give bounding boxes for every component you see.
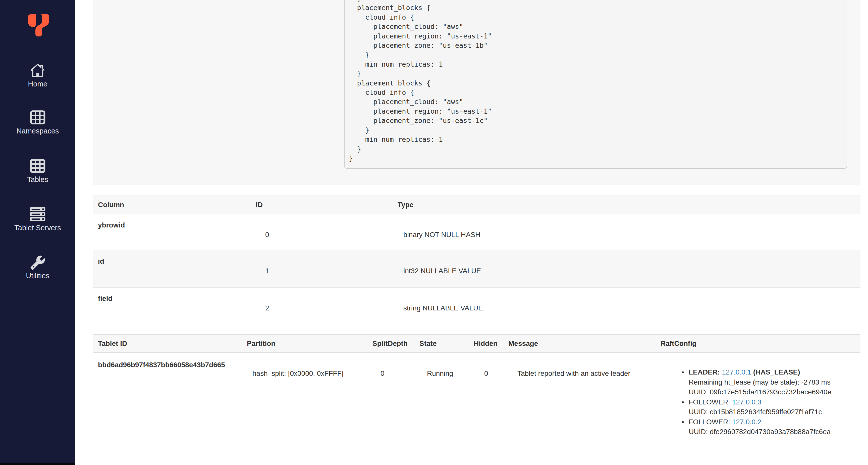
sidebar: Home Namespaces Tables bbox=[0, 0, 75, 465]
raft-follower-host-link[interactable]: 127.0.0.2 bbox=[732, 418, 762, 426]
table-row: field 2 string NULLABLE VALUE bbox=[93, 288, 861, 324]
yugabyte-logo-icon bbox=[26, 13, 50, 37]
tablet-servers-icon bbox=[0, 207, 75, 222]
sidebar-item-label: Namespaces bbox=[16, 127, 59, 135]
schema-column-name: id bbox=[98, 257, 104, 265]
sidebar-bottom-strip bbox=[0, 463, 75, 465]
raft-follower-uuid: UUID: dfe2960782d04730a93a78b88a7fc6ea bbox=[689, 427, 861, 437]
sidebar-item-utilities[interactable]: Utilities bbox=[0, 255, 75, 280]
yugabytedb-master-ui: Home Namespaces Tables bbox=[0, 0, 868, 465]
table-row: id 1 int32 NULLABLE VALUE bbox=[93, 250, 861, 288]
home-icon bbox=[0, 63, 75, 78]
sidebar-item-label: Tablet Servers bbox=[14, 224, 61, 232]
schema-table-header: Column ID Type bbox=[93, 196, 861, 214]
raft-role-label: FOLLOWER: bbox=[689, 398, 730, 406]
schema-column-id: 1 bbox=[251, 267, 393, 275]
raft-role-label: LEADER: bbox=[689, 368, 720, 376]
column-header-hidden: Hidden bbox=[469, 340, 503, 348]
schema-table: Column ID Type ybrowid 0 binary NOT NULL… bbox=[93, 196, 861, 324]
hidden-value: 0 bbox=[469, 353, 503, 465]
namespaces-grid-icon bbox=[0, 110, 75, 125]
schema-column-id: 2 bbox=[251, 304, 393, 312]
state-value: Running bbox=[414, 353, 469, 465]
replication-config-code: } placement_blocks { cloud_info { placem… bbox=[344, 0, 847, 169]
sidebar-item-label: Tables bbox=[27, 175, 48, 183]
message-value: Tablet reported with an active leader bbox=[503, 353, 655, 465]
column-header-type: Type bbox=[393, 201, 861, 209]
raft-leader-line: LEADER: 127.0.0.1 (HAS_LEASE) bbox=[689, 367, 861, 377]
raft-leader-uuid: UUID: 09fc17e515da416793cc732bace6940e bbox=[689, 387, 861, 397]
schema-column-name: ybrowid bbox=[98, 221, 125, 229]
column-header-raftconfig: RaftConfig bbox=[655, 340, 861, 348]
raft-role-label: FOLLOWER: bbox=[689, 418, 730, 426]
partition-value: hash_split: [0x0000, 0xFFFF] bbox=[242, 353, 367, 465]
sidebar-item-label: Home bbox=[28, 80, 47, 88]
yugabyte-logo[interactable] bbox=[26, 13, 50, 37]
raft-config-cell: LEADER: 127.0.0.1 (HAS_LEASE) Remaining … bbox=[655, 353, 861, 465]
sidebar-item-label: Utilities bbox=[26, 272, 49, 280]
raft-leader-host-link[interactable]: 127.0.0.1 bbox=[722, 368, 751, 376]
utilities-wrench-icon bbox=[0, 255, 75, 269]
column-header-column: Column bbox=[93, 201, 251, 209]
column-header-splitdepth: SplitDepth bbox=[367, 340, 414, 348]
tablet-id-value: bbd6ad96b97f4837bb66058e43b7d665 bbox=[93, 353, 242, 465]
sidebar-item-namespaces[interactable]: Namespaces bbox=[0, 110, 75, 135]
table-row: ybrowid 0 binary NOT NULL HASH bbox=[93, 214, 861, 250]
raft-follower-uuid: UUID: cb15b81852634fcf959ffe027f1af71c bbox=[689, 407, 861, 417]
column-header-partition: Partition bbox=[242, 340, 367, 348]
table-row: bbd6ad96b97f4837bb66058e43b7d665 hash_sp… bbox=[93, 353, 861, 465]
column-header-state: State bbox=[414, 340, 469, 348]
column-header-message: Message bbox=[503, 340, 655, 348]
sidebar-item-tables[interactable]: Tables bbox=[0, 158, 75, 184]
raft-lease-label: (HAS_LEASE) bbox=[753, 368, 800, 376]
schema-column-type: int32 NULLABLE VALUE bbox=[393, 267, 861, 275]
raft-leader-ht-lease: Remaining ht_lease (may be stale): -2783… bbox=[689, 377, 861, 387]
sidebar-item-tablet-servers[interactable]: Tablet Servers bbox=[0, 207, 75, 232]
schema-column-name: field bbox=[98, 295, 113, 302]
raft-follower-line: FOLLOWER: 127.0.0.3 bbox=[689, 397, 861, 407]
tablets-table: Tablet ID Partition SplitDepth State Hid… bbox=[93, 334, 861, 465]
schema-column-type: string NULLABLE VALUE bbox=[393, 304, 861, 312]
tables-grid-icon bbox=[0, 158, 75, 173]
splitdepth-value: 0 bbox=[367, 353, 414, 465]
sidebar-item-home[interactable]: Home bbox=[0, 63, 75, 88]
raft-follower-host-link[interactable]: 127.0.0.3 bbox=[732, 398, 762, 406]
column-header-tablet-id: Tablet ID bbox=[93, 340, 242, 348]
raft-follower-line: FOLLOWER: 127.0.0.2 bbox=[689, 417, 861, 427]
schema-column-id: 0 bbox=[251, 231, 393, 239]
raft-config-list: LEADER: 127.0.0.1 (HAS_LEASE) Remaining … bbox=[655, 367, 861, 437]
schema-column-type: binary NOT NULL HASH bbox=[393, 231, 861, 239]
column-header-id: ID bbox=[251, 201, 393, 209]
tablets-table-header: Tablet ID Partition SplitDepth State Hid… bbox=[93, 334, 861, 353]
replication-info-panel: } placement_blocks { cloud_info { placem… bbox=[93, 0, 861, 185]
